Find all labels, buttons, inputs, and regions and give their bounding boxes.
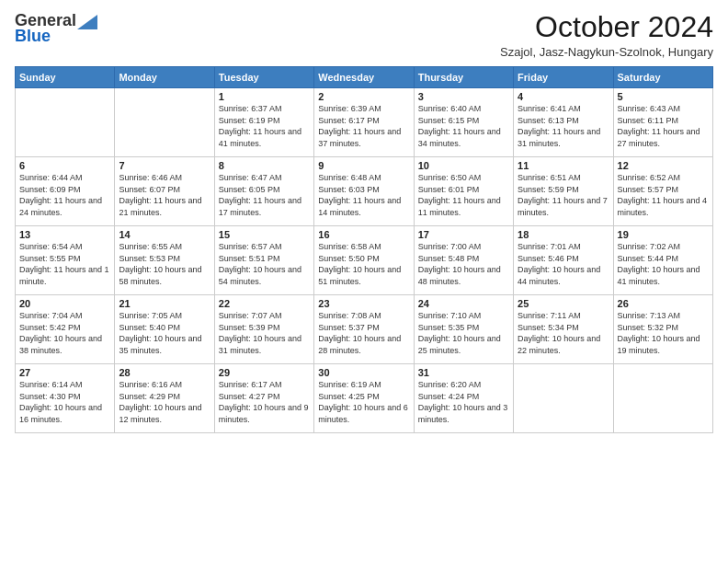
day-number: 8 [219, 160, 310, 171]
calendar-cell: 11Sunrise: 6:51 AM Sunset: 5:59 PM Dayli… [514, 157, 613, 226]
month-title: October 2024 [500, 11, 713, 43]
day-number: 6 [19, 160, 110, 171]
day-info: Sunrise: 7:13 AM Sunset: 5:32 PM Dayligh… [618, 310, 709, 356]
calendar-cell: 14Sunrise: 6:55 AM Sunset: 5:53 PM Dayli… [115, 226, 214, 295]
page: General Blue October 2024 Szajol, Jasz-N… [0, 0, 728, 441]
day-number: 9 [318, 160, 409, 171]
day-number: 10 [418, 160, 509, 171]
day-info: Sunrise: 6:50 AM Sunset: 6:01 PM Dayligh… [418, 172, 509, 218]
calendar-day-header: Sunday [16, 67, 115, 88]
day-number: 22 [219, 298, 310, 309]
calendar-cell [16, 88, 115, 157]
calendar-cell: 28Sunrise: 6:16 AM Sunset: 4:29 PM Dayli… [115, 364, 214, 433]
day-info: Sunrise: 6:48 AM Sunset: 6:03 PM Dayligh… [318, 172, 409, 218]
calendar-cell: 10Sunrise: 6:50 AM Sunset: 6:01 PM Dayli… [414, 157, 513, 226]
day-number: 30 [318, 367, 409, 378]
calendar-cell: 16Sunrise: 6:58 AM Sunset: 5:50 PM Dayli… [314, 226, 414, 295]
day-info: Sunrise: 6:51 AM Sunset: 5:59 PM Dayligh… [518, 172, 609, 218]
calendar-week-row: 13Sunrise: 6:54 AM Sunset: 5:55 PM Dayli… [16, 226, 713, 295]
calendar-header-row: SundayMondayTuesdayWednesdayThursdayFrid… [16, 67, 713, 88]
day-number: 25 [518, 298, 609, 309]
logo: General Blue [15, 11, 97, 46]
day-number: 12 [618, 160, 709, 171]
calendar-day-header: Saturday [613, 67, 712, 88]
logo-blue: Blue [15, 27, 51, 46]
day-info: Sunrise: 6:14 AM Sunset: 4:30 PM Dayligh… [19, 379, 110, 425]
day-info: Sunrise: 7:08 AM Sunset: 5:37 PM Dayligh… [318, 310, 409, 356]
day-info: Sunrise: 6:55 AM Sunset: 5:53 PM Dayligh… [119, 241, 210, 287]
location: Szajol, Jasz-Nagykun-Szolnok, Hungary [500, 45, 713, 59]
day-info: Sunrise: 6:46 AM Sunset: 6:07 PM Dayligh… [119, 172, 210, 218]
calendar-cell: 8Sunrise: 6:47 AM Sunset: 6:05 PM Daylig… [214, 157, 313, 226]
day-info: Sunrise: 6:40 AM Sunset: 6:15 PM Dayligh… [418, 103, 509, 149]
day-number: 5 [618, 91, 709, 102]
day-number: 24 [418, 298, 509, 309]
day-info: Sunrise: 7:00 AM Sunset: 5:48 PM Dayligh… [418, 241, 509, 287]
day-number: 16 [318, 229, 409, 240]
calendar-cell [115, 88, 214, 157]
day-number: 3 [418, 91, 509, 102]
day-info: Sunrise: 6:19 AM Sunset: 4:25 PM Dayligh… [318, 379, 409, 425]
day-number: 17 [418, 229, 509, 240]
day-number: 29 [219, 367, 310, 378]
calendar-cell: 24Sunrise: 7:10 AM Sunset: 5:35 PM Dayli… [414, 295, 513, 364]
calendar-cell: 29Sunrise: 6:17 AM Sunset: 4:27 PM Dayli… [214, 364, 313, 433]
calendar-cell: 22Sunrise: 7:07 AM Sunset: 5:39 PM Dayli… [214, 295, 313, 364]
day-info: Sunrise: 6:44 AM Sunset: 6:09 PM Dayligh… [19, 172, 110, 218]
day-number: 23 [318, 298, 409, 309]
calendar-day-header: Tuesday [214, 67, 313, 88]
calendar-cell: 17Sunrise: 7:00 AM Sunset: 5:48 PM Dayli… [414, 226, 513, 295]
calendar-week-row: 6Sunrise: 6:44 AM Sunset: 6:09 PM Daylig… [16, 157, 713, 226]
logo-icon [77, 15, 97, 29]
calendar-cell: 20Sunrise: 7:04 AM Sunset: 5:42 PM Dayli… [16, 295, 115, 364]
day-number: 19 [618, 229, 709, 240]
day-number: 18 [518, 229, 609, 240]
calendar-cell: 3Sunrise: 6:40 AM Sunset: 6:15 PM Daylig… [414, 88, 513, 157]
day-number: 13 [19, 229, 110, 240]
calendar-cell: 13Sunrise: 6:54 AM Sunset: 5:55 PM Dayli… [16, 226, 115, 295]
day-number: 4 [518, 91, 609, 102]
day-info: Sunrise: 7:07 AM Sunset: 5:39 PM Dayligh… [219, 310, 310, 356]
calendar-cell: 6Sunrise: 6:44 AM Sunset: 6:09 PM Daylig… [16, 157, 115, 226]
calendar-cell: 27Sunrise: 6:14 AM Sunset: 4:30 PM Dayli… [16, 364, 115, 433]
header: General Blue October 2024 Szajol, Jasz-N… [15, 11, 713, 59]
day-number: 27 [19, 367, 110, 378]
calendar-cell: 1Sunrise: 6:37 AM Sunset: 6:19 PM Daylig… [214, 88, 313, 157]
day-info: Sunrise: 7:02 AM Sunset: 5:44 PM Dayligh… [618, 241, 709, 287]
day-info: Sunrise: 6:57 AM Sunset: 5:51 PM Dayligh… [219, 241, 310, 287]
day-info: Sunrise: 7:10 AM Sunset: 5:35 PM Dayligh… [418, 310, 509, 356]
calendar-cell [514, 364, 613, 433]
calendar-day-header: Monday [115, 67, 214, 88]
day-info: Sunrise: 7:01 AM Sunset: 5:46 PM Dayligh… [518, 241, 609, 287]
day-info: Sunrise: 6:39 AM Sunset: 6:17 PM Dayligh… [318, 103, 409, 149]
calendar-cell: 21Sunrise: 7:05 AM Sunset: 5:40 PM Dayli… [115, 295, 214, 364]
day-number: 26 [618, 298, 709, 309]
calendar-cell: 23Sunrise: 7:08 AM Sunset: 5:37 PM Dayli… [314, 295, 414, 364]
title-section: October 2024 Szajol, Jasz-Nagykun-Szolno… [500, 11, 713, 59]
day-number: 2 [318, 91, 409, 102]
calendar-cell: 26Sunrise: 7:13 AM Sunset: 5:32 PM Dayli… [613, 295, 712, 364]
day-info: Sunrise: 7:11 AM Sunset: 5:34 PM Dayligh… [518, 310, 609, 356]
day-info: Sunrise: 6:54 AM Sunset: 5:55 PM Dayligh… [19, 241, 110, 287]
calendar-day-header: Thursday [414, 67, 513, 88]
day-number: 28 [119, 367, 210, 378]
calendar-week-row: 20Sunrise: 7:04 AM Sunset: 5:42 PM Dayli… [16, 295, 713, 364]
calendar-cell: 2Sunrise: 6:39 AM Sunset: 6:17 PM Daylig… [314, 88, 414, 157]
day-info: Sunrise: 6:20 AM Sunset: 4:24 PM Dayligh… [418, 379, 509, 425]
calendar-cell: 9Sunrise: 6:48 AM Sunset: 6:03 PM Daylig… [314, 157, 414, 226]
day-info: Sunrise: 7:04 AM Sunset: 5:42 PM Dayligh… [19, 310, 110, 356]
day-info: Sunrise: 6:17 AM Sunset: 4:27 PM Dayligh… [219, 379, 310, 425]
day-number: 20 [19, 298, 110, 309]
calendar-week-row: 27Sunrise: 6:14 AM Sunset: 4:30 PM Dayli… [16, 364, 713, 433]
calendar-cell: 19Sunrise: 7:02 AM Sunset: 5:44 PM Dayli… [613, 226, 712, 295]
day-number: 14 [119, 229, 210, 240]
calendar-cell: 31Sunrise: 6:20 AM Sunset: 4:24 PM Dayli… [414, 364, 513, 433]
day-number: 1 [219, 91, 310, 102]
calendar-cell: 4Sunrise: 6:41 AM Sunset: 6:13 PM Daylig… [514, 88, 613, 157]
calendar-day-header: Friday [514, 67, 613, 88]
calendar-week-row: 1Sunrise: 6:37 AM Sunset: 6:19 PM Daylig… [16, 88, 713, 157]
calendar-cell [613, 364, 712, 433]
calendar-cell: 5Sunrise: 6:43 AM Sunset: 6:11 PM Daylig… [613, 88, 712, 157]
day-info: Sunrise: 6:47 AM Sunset: 6:05 PM Dayligh… [219, 172, 310, 218]
calendar-cell: 18Sunrise: 7:01 AM Sunset: 5:46 PM Dayli… [514, 226, 613, 295]
